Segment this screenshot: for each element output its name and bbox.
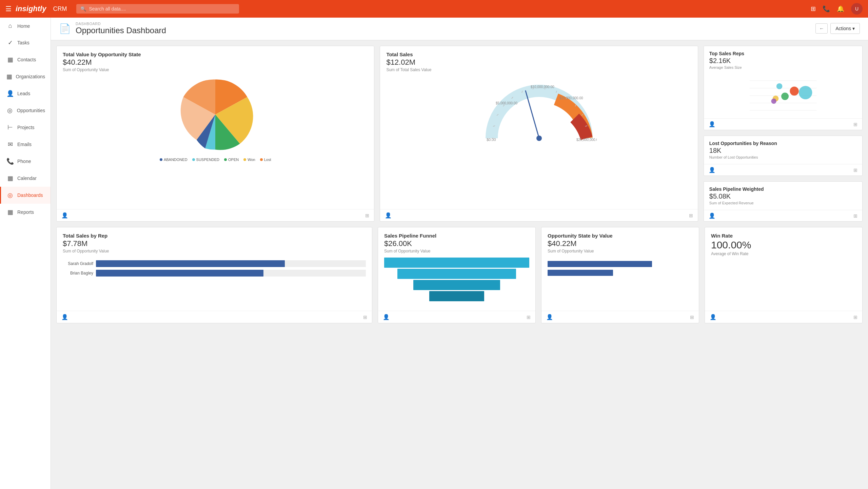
pipeline-grid-icon[interactable]: ⊞ — [853, 213, 857, 219]
hamburger-icon[interactable]: ☰ — [5, 5, 12, 13]
card-pipeline-title: Sales Pipeline Weighted — [709, 186, 857, 192]
legend-open: OPEN — [224, 158, 239, 162]
page-header-meta: DASHBOARD Opportunities Dashboard — [76, 22, 166, 35]
card-sales-by-rep-body: Total Sales by Rep $7.78M Sum of Opportu… — [57, 227, 372, 311]
sidebar-item-phone[interactable]: 📞 Phone — [0, 153, 51, 170]
svg-point-31 — [799, 86, 812, 99]
phone-icon[interactable]: 📞 — [823, 5, 830, 13]
sidebar-label-opportunities: Opportunities — [17, 108, 45, 113]
card-top-sales-reps-title: Top Sales Reps — [709, 51, 857, 56]
bell-icon[interactable]: 🔔 — [837, 5, 844, 13]
sidebar-label-calendar: Calendar — [17, 176, 37, 181]
legend-lost: Lost — [260, 158, 271, 162]
win-grid-icon[interactable]: ⊞ — [853, 314, 857, 320]
rep-user-icon[interactable]: 👤 — [61, 314, 68, 320]
reps-user-icon[interactable]: 👤 — [709, 121, 715, 127]
calendar-icon: ▦ — [6, 175, 14, 182]
funnel-grid-icon[interactable]: ⊞ — [527, 314, 531, 320]
card-sales-grid-icon[interactable]: ⊞ — [689, 213, 693, 218]
sidebar-label-projects: Projects — [17, 125, 35, 130]
svg-text:$0.00: $0.00 — [487, 138, 496, 142]
svg-point-27 — [790, 87, 798, 96]
card-sales-by-rep-footer: 👤 ⊞ — [57, 311, 372, 323]
card-win-rate-footer: 👤 ⊞ — [705, 311, 862, 323]
sidebar-item-tasks[interactable]: ✓ Tasks — [0, 34, 51, 51]
card-opp-state-subtitle: Sum of Opportunity Value — [548, 249, 693, 253]
sidebar-label-phone: Phone — [17, 159, 31, 164]
dashboard-icon: 📄 — [59, 23, 71, 34]
card-total-value-title: Total Value by Opportunity State — [63, 52, 368, 57]
rep-grid-icon[interactable]: ⊞ — [363, 314, 367, 320]
search-bar[interactable]: 🔍 — [76, 4, 239, 14]
sidebar: ⌂ Home ✓ Tasks ▦ Contacts ▦ Organization… — [0, 18, 51, 489]
topnav: ☰ insightly CRM 🔍 ⊞ 📞 🔔 U — [0, 0, 868, 18]
card-funnel-body: Sales Pipeline Funnel $26.00K Sum of Opp… — [378, 227, 535, 311]
sidebar-item-opportunities[interactable]: ◎ Opportunities — [0, 102, 51, 119]
lost-user-icon[interactable]: 👤 — [709, 167, 715, 173]
card-sales-by-rep-value: $7.78M — [63, 239, 366, 248]
sidebar-item-emails[interactable]: ✉ Emails — [0, 136, 51, 153]
sidebar-item-contacts[interactable]: ▦ Contacts — [0, 51, 51, 68]
funnel-seg-4 — [429, 291, 485, 301]
bar-track-brian — [96, 270, 366, 277]
topnav-right: ⊞ 📞 🔔 U — [811, 3, 863, 15]
phone-nav-icon: 📞 — [6, 158, 14, 165]
card-grid-icon[interactable]: ⊞ — [365, 213, 369, 218]
avatar[interactable]: U — [851, 3, 863, 15]
dashboard: Total Value by Opportunity State $40.22M… — [51, 40, 868, 329]
sidebar-label-organizations: Organizations — [16, 74, 45, 79]
sidebar-item-calendar[interactable]: ▦ Calendar — [0, 170, 51, 187]
app-logo: insightly — [16, 4, 46, 13]
opp-grid-icon[interactable]: ⊞ — [690, 314, 694, 320]
app-name: CRM — [53, 5, 67, 13]
svg-point-1 — [536, 136, 542, 141]
add-icon[interactable]: ⊞ — [811, 5, 816, 13]
svg-point-28 — [781, 93, 789, 100]
card-sales-user-icon[interactable]: 👤 — [385, 212, 392, 219]
scatter-svg — [709, 77, 857, 114]
card-pipeline-value: $5.08K — [709, 192, 857, 200]
dashboard-row2: Total Sales by Rep $7.78M Sum of Opportu… — [56, 227, 863, 323]
back-button[interactable]: ← — [815, 23, 828, 34]
sidebar-item-reports[interactable]: ▦ Reports — [0, 204, 51, 221]
sidebar-label-tasks: Tasks — [17, 40, 29, 45]
card-lost-opps-subtitle: Number of Lost Opportunities — [709, 155, 857, 159]
card-total-sales-title: Total Sales — [386, 52, 691, 57]
bar-fill-sarah — [96, 260, 285, 267]
actions-button[interactable]: Actions ▾ — [830, 23, 860, 34]
right-column: Top Sales Reps $2.16K Average Sales Size — [704, 46, 863, 222]
opp-bar-1 — [548, 261, 693, 267]
breadcrumb: DASHBOARD — [76, 22, 166, 26]
sidebar-label-dashboards: Dashboards — [17, 192, 43, 198]
svg-line-13 — [533, 87, 533, 89]
bar-label-sarah: Sarah Gradolf — [63, 261, 93, 266]
win-user-icon[interactable]: 👤 — [710, 314, 716, 320]
reps-grid-icon[interactable]: ⊞ — [853, 122, 857, 127]
contacts-icon: ▦ — [6, 56, 14, 63]
sidebar-label-home: Home — [17, 23, 30, 29]
sidebar-item-leads[interactable]: 👤 Leads — [0, 85, 51, 102]
svg-line-14 — [545, 87, 545, 89]
card-win-rate-title: Win Rate — [711, 233, 856, 239]
sidebar-item-organizations[interactable]: ▦ Organizations — [0, 68, 51, 85]
pipeline-user-icon[interactable]: 👤 — [709, 212, 715, 219]
funnel-user-icon[interactable]: 👤 — [383, 314, 390, 320]
svg-point-30 — [771, 99, 776, 104]
sidebar-item-dashboards[interactable]: ◎ Dashboards — [0, 187, 51, 204]
opp-user-icon[interactable]: 👤 — [546, 314, 553, 320]
bar-row-brian: Brian Bagley — [63, 270, 366, 277]
lost-grid-icon[interactable]: ⊞ — [853, 167, 857, 173]
dashboard-row1: Total Value by Opportunity State $40.22M… — [56, 46, 863, 222]
dashboards-icon: ◎ — [6, 191, 14, 199]
tasks-icon: ✓ — [6, 39, 14, 46]
sidebar-item-projects[interactable]: ⊢ Projects — [0, 119, 51, 136]
legend-won: Won — [243, 158, 255, 162]
card-top-sales-reps-value: $2.16K — [709, 57, 857, 65]
card-lost-opps-title: Lost Opportunities by Reason — [709, 141, 857, 146]
search-input[interactable] — [89, 6, 235, 12]
card-total-value-subtitle: Sum of Opportunity Value — [63, 67, 368, 72]
bar-label-brian: Brian Bagley — [63, 271, 93, 276]
card-user-icon[interactable]: 👤 — [61, 212, 68, 219]
card-win-rate-subtitle: Average of Win Rate — [711, 251, 856, 256]
sidebar-item-home[interactable]: ⌂ Home — [0, 18, 51, 34]
